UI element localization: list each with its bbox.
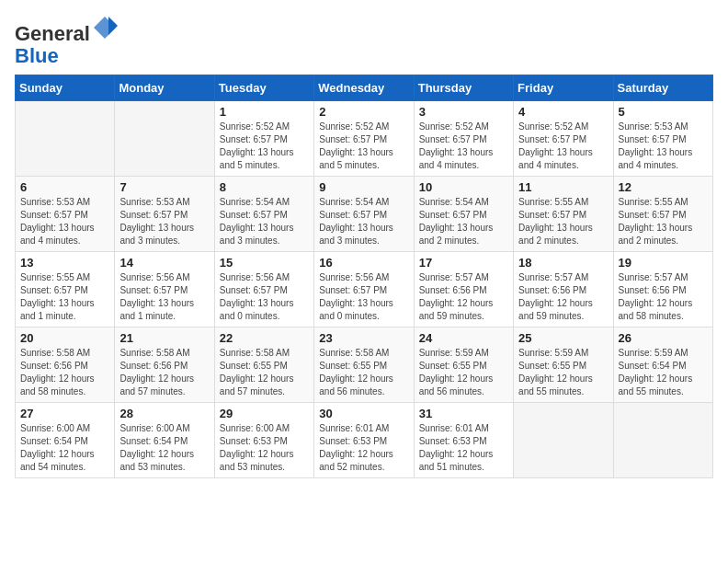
day-info: Sunrise: 5:55 AM Sunset: 6:57 PM Dayligh… — [619, 196, 708, 247]
day-number: 23 — [319, 331, 408, 345]
day-info: Sunrise: 5:53 AM Sunset: 6:57 PM Dayligh… — [119, 196, 209, 247]
day-info: Sunrise: 5:52 AM Sunset: 6:57 PM Dayligh… — [220, 121, 309, 172]
day-info: Sunrise: 5:58 AM Sunset: 6:56 PM Dayligh… — [119, 347, 209, 398]
calendar-cell — [16, 101, 115, 177]
weekday-header-row: SundayMondayTuesdayWednesdayThursdayFrid… — [16, 75, 713, 101]
calendar-cell: 5Sunrise: 5:53 AM Sunset: 6:57 PM Daylig… — [613, 101, 712, 177]
day-number: 29 — [220, 407, 309, 420]
calendar-cell — [613, 403, 712, 478]
day-info: Sunrise: 5:56 AM Sunset: 6:57 PM Dayligh… — [119, 271, 209, 323]
calendar-cell: 16Sunrise: 5:56 AM Sunset: 6:57 PM Dayli… — [314, 252, 414, 327]
calendar-cell: 18Sunrise: 5:57 AM Sunset: 6:56 PM Dayli… — [514, 252, 613, 327]
day-number: 22 — [220, 331, 309, 345]
calendar-week-row: 27Sunrise: 6:00 AM Sunset: 6:54 PM Dayli… — [16, 403, 713, 478]
calendar-table: SundayMondayTuesdayWednesdayThursdayFrid… — [15, 75, 713, 478]
svg-marker-1 — [108, 17, 118, 35]
calendar-cell: 3Sunrise: 5:52 AM Sunset: 6:57 PM Daylig… — [414, 101, 513, 177]
day-info: Sunrise: 6:00 AM Sunset: 6:54 PM Dayligh… — [20, 422, 109, 474]
calendar-cell: 27Sunrise: 6:00 AM Sunset: 6:54 PM Dayli… — [16, 403, 115, 478]
logo: General Blue — [15, 15, 118, 67]
weekday-header-cell: Monday — [115, 75, 214, 101]
day-info: Sunrise: 5:58 AM Sunset: 6:56 PM Dayligh… — [20, 347, 109, 398]
page-header: General Blue — [15, 15, 713, 67]
day-info: Sunrise: 5:56 AM Sunset: 6:57 PM Dayligh… — [220, 271, 309, 323]
calendar-cell: 25Sunrise: 5:59 AM Sunset: 6:55 PM Dayli… — [514, 327, 613, 403]
weekday-header-cell: Thursday — [414, 75, 513, 101]
day-info: Sunrise: 5:52 AM Sunset: 6:57 PM Dayligh… — [319, 121, 408, 172]
calendar-body: 1Sunrise: 5:52 AM Sunset: 6:57 PM Daylig… — [16, 101, 713, 478]
day-info: Sunrise: 6:00 AM Sunset: 6:53 PM Dayligh… — [220, 422, 309, 474]
day-info: Sunrise: 5:54 AM Sunset: 6:57 PM Dayligh… — [319, 196, 408, 247]
calendar-cell: 15Sunrise: 5:56 AM Sunset: 6:57 PM Dayli… — [214, 252, 313, 327]
day-info: Sunrise: 5:55 AM Sunset: 6:57 PM Dayligh… — [20, 271, 109, 323]
calendar-cell: 11Sunrise: 5:55 AM Sunset: 6:57 PM Dayli… — [514, 177, 613, 252]
day-info: Sunrise: 6:01 AM Sunset: 6:53 PM Dayligh… — [419, 422, 508, 474]
calendar-cell: 14Sunrise: 5:56 AM Sunset: 6:57 PM Dayli… — [115, 252, 214, 327]
day-number: 18 — [518, 256, 608, 270]
calendar-cell: 10Sunrise: 5:54 AM Sunset: 6:57 PM Dayli… — [414, 177, 513, 252]
day-number: 27 — [20, 407, 109, 420]
logo-blue: Blue — [15, 44, 59, 67]
day-info: Sunrise: 5:58 AM Sunset: 6:55 PM Dayligh… — [220, 347, 309, 398]
logo-general: General — [15, 22, 90, 45]
day-number: 28 — [119, 407, 209, 420]
day-number: 20 — [20, 331, 109, 345]
day-number: 15 — [220, 256, 309, 270]
day-number: 6 — [20, 180, 109, 194]
day-number: 30 — [319, 407, 408, 420]
day-info: Sunrise: 5:56 AM Sunset: 6:57 PM Dayligh… — [319, 271, 408, 323]
day-number: 13 — [20, 256, 109, 270]
day-number: 4 — [518, 105, 608, 119]
calendar-cell — [514, 403, 613, 478]
day-number: 3 — [419, 105, 508, 119]
day-info: Sunrise: 5:55 AM Sunset: 6:57 PM Dayligh… — [518, 196, 608, 247]
day-number: 25 — [518, 331, 608, 345]
day-number: 11 — [518, 180, 608, 194]
day-info: Sunrise: 5:59 AM Sunset: 6:55 PM Dayligh… — [419, 347, 508, 398]
day-number: 16 — [319, 256, 408, 270]
day-info: Sunrise: 6:01 AM Sunset: 6:53 PM Dayligh… — [319, 422, 408, 474]
calendar-week-row: 6Sunrise: 5:53 AM Sunset: 6:57 PM Daylig… — [16, 177, 713, 252]
day-info: Sunrise: 5:52 AM Sunset: 6:57 PM Dayligh… — [419, 121, 508, 172]
calendar-cell: 17Sunrise: 5:57 AM Sunset: 6:56 PM Dayli… — [414, 252, 513, 327]
calendar-cell — [115, 101, 214, 177]
day-info: Sunrise: 5:54 AM Sunset: 6:57 PM Dayligh… — [419, 196, 508, 247]
calendar-cell: 23Sunrise: 5:58 AM Sunset: 6:55 PM Dayli… — [314, 327, 414, 403]
day-number: 10 — [419, 180, 508, 194]
day-number: 24 — [419, 331, 508, 345]
day-info: Sunrise: 5:59 AM Sunset: 6:55 PM Dayligh… — [518, 347, 608, 398]
day-number: 17 — [419, 256, 508, 270]
calendar-cell: 26Sunrise: 5:59 AM Sunset: 6:54 PM Dayli… — [613, 327, 712, 403]
weekday-header-cell: Sunday — [16, 75, 115, 101]
day-number: 9 — [319, 180, 408, 194]
calendar-cell: 30Sunrise: 6:01 AM Sunset: 6:53 PM Dayli… — [314, 403, 414, 478]
logo-icon — [92, 15, 118, 40]
day-info: Sunrise: 5:59 AM Sunset: 6:54 PM Dayligh… — [619, 347, 708, 398]
calendar-cell: 22Sunrise: 5:58 AM Sunset: 6:55 PM Dayli… — [214, 327, 313, 403]
day-info: Sunrise: 5:57 AM Sunset: 6:56 PM Dayligh… — [419, 271, 508, 323]
day-info: Sunrise: 5:57 AM Sunset: 6:56 PM Dayligh… — [518, 271, 608, 323]
calendar-cell: 12Sunrise: 5:55 AM Sunset: 6:57 PM Dayli… — [613, 177, 712, 252]
day-number: 1 — [220, 105, 309, 119]
weekday-header-cell: Tuesday — [214, 75, 313, 101]
calendar-cell: 1Sunrise: 5:52 AM Sunset: 6:57 PM Daylig… — [214, 101, 313, 177]
calendar-cell: 7Sunrise: 5:53 AM Sunset: 6:57 PM Daylig… — [115, 177, 214, 252]
calendar-cell: 4Sunrise: 5:52 AM Sunset: 6:57 PM Daylig… — [514, 101, 613, 177]
calendar-cell: 28Sunrise: 6:00 AM Sunset: 6:54 PM Dayli… — [115, 403, 214, 478]
calendar-cell: 9Sunrise: 5:54 AM Sunset: 6:57 PM Daylig… — [314, 177, 414, 252]
day-info: Sunrise: 6:00 AM Sunset: 6:54 PM Dayligh… — [119, 422, 209, 474]
day-info: Sunrise: 5:54 AM Sunset: 6:57 PM Dayligh… — [220, 196, 309, 247]
calendar-cell: 31Sunrise: 6:01 AM Sunset: 6:53 PM Dayli… — [414, 403, 513, 478]
calendar-cell: 19Sunrise: 5:57 AM Sunset: 6:56 PM Dayli… — [613, 252, 712, 327]
day-number: 12 — [619, 180, 708, 194]
day-info: Sunrise: 5:52 AM Sunset: 6:57 PM Dayligh… — [518, 121, 608, 172]
calendar-week-row: 1Sunrise: 5:52 AM Sunset: 6:57 PM Daylig… — [16, 101, 713, 177]
weekday-header-cell: Saturday — [613, 75, 712, 101]
day-info: Sunrise: 5:58 AM Sunset: 6:55 PM Dayligh… — [319, 347, 408, 398]
day-info: Sunrise: 5:57 AM Sunset: 6:56 PM Dayligh… — [619, 271, 708, 323]
day-number: 21 — [119, 331, 209, 345]
day-number: 31 — [419, 407, 508, 420]
calendar-cell: 21Sunrise: 5:58 AM Sunset: 6:56 PM Dayli… — [115, 327, 214, 403]
weekday-header-cell: Wednesday — [314, 75, 414, 101]
day-number: 14 — [119, 256, 209, 270]
